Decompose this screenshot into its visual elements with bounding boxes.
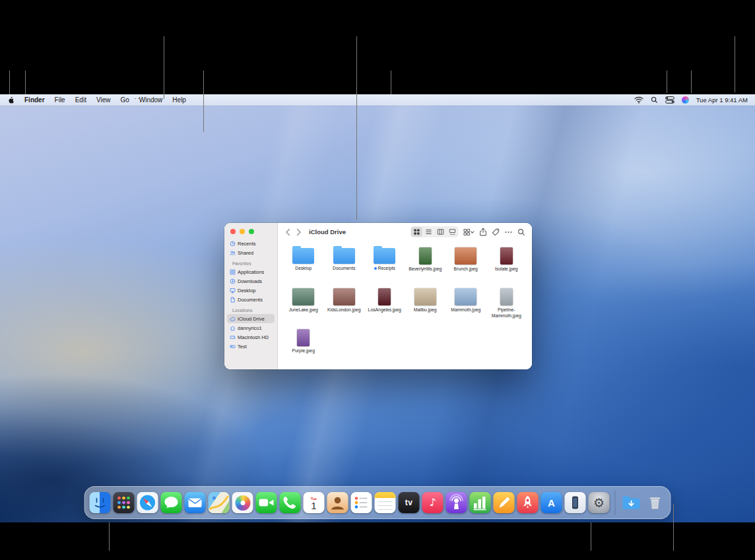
spotlight-search-icon[interactable]	[651, 96, 658, 104]
sidebar-item-macintosh-hd[interactable]: Macintosh HD	[227, 332, 275, 342]
view-switcher	[410, 226, 459, 237]
sidebar-item-home[interactable]: dannyrico1	[227, 323, 275, 332]
menu-file[interactable]: File	[55, 94, 65, 106]
dock-podcasts-icon[interactable]	[446, 492, 467, 513]
menu-help[interactable]: Help	[172, 94, 186, 106]
dock-downloads-folder-icon[interactable]	[621, 492, 642, 513]
dock-music-icon[interactable]: ♪	[422, 492, 443, 513]
sidebar-item-test-volume[interactable]: Test	[227, 342, 275, 351]
folder-icon	[292, 248, 314, 264]
callout-line	[203, 71, 204, 132]
dock-pages-icon[interactable]	[494, 492, 515, 513]
zoom-button[interactable]	[249, 229, 254, 234]
view-as-icons-button[interactable]	[411, 227, 422, 237]
view-as-gallery-button[interactable]	[447, 227, 458, 237]
file-isolate[interactable]: Isolate.jpeg	[486, 243, 527, 284]
file-mammoth[interactable]: Mammoth.jpeg	[445, 284, 486, 325]
sidebar-item-documents[interactable]: Documents	[227, 295, 275, 304]
icloud-icon	[230, 316, 236, 322]
tag-button[interactable]	[492, 228, 500, 236]
search-button[interactable]	[517, 228, 525, 236]
dock-system-settings-icon[interactable]: ⚙	[589, 492, 610, 513]
dock: Tue 1 tv ♪	[84, 486, 671, 519]
dock-trash-icon[interactable]	[645, 492, 666, 513]
dock-numbers-icon[interactable]	[470, 492, 491, 513]
dock-contacts-icon[interactable]	[327, 492, 348, 513]
sidebar-item-shared[interactable]: Shared	[227, 248, 275, 257]
icloud-sync-dot	[374, 267, 377, 270]
wifi-icon[interactable]	[634, 96, 643, 104]
sidebar-item-desktop[interactable]: Desktop	[227, 286, 275, 295]
menu-go[interactable]: Go	[120, 94, 129, 106]
siri-icon[interactable]	[682, 96, 689, 104]
file-pipeline-mammoth[interactable]: Pipeline-Mammoth.jpeg	[486, 284, 527, 325]
menu-finder[interactable]: Finder	[24, 94, 45, 106]
file-receipts-folder[interactable]: Receipts	[364, 243, 405, 284]
image-thumbnail	[500, 247, 513, 264]
dock-photos-icon[interactable]	[232, 492, 253, 513]
group-by-button[interactable]	[463, 228, 475, 236]
file-label: Mammoth.jpeg	[451, 307, 480, 313]
sidebar-item-recents[interactable]: Recents	[227, 239, 275, 248]
file-kidslondon[interactable]: KidsLondon.jpeg	[324, 284, 365, 325]
desktop-wallpaper[interactable]: Finder File Edit View Go Window Help	[0, 94, 755, 522]
dock-messages-icon[interactable]	[161, 492, 182, 513]
sidebar-item-icloud-drive[interactable]: iCloud Drive	[227, 314, 275, 323]
dock-calendar-icon[interactable]: Tue 1	[304, 492, 325, 513]
dock-facetime-icon[interactable]	[256, 492, 277, 513]
view-as-columns-button[interactable]	[435, 227, 446, 237]
dock-phone-icon[interactable]	[280, 492, 301, 513]
file-label: LosAngeles.jpeg	[368, 307, 401, 313]
callout-line	[164, 36, 164, 99]
back-button[interactable]	[285, 228, 291, 236]
close-button[interactable]	[230, 229, 236, 234]
dock-mail-icon[interactable]	[185, 492, 206, 513]
callout-line	[109, 522, 110, 551]
image-thumbnail	[378, 288, 391, 305]
file-beverlyhills[interactable]: BeverlyHills.jpeg	[405, 243, 446, 284]
menu-view[interactable]: View	[96, 94, 111, 106]
image-thumbnail	[419, 247, 432, 264]
menu-bar-clock[interactable]: Tue Apr 1 9:41 AM	[696, 96, 748, 104]
sidebar-label: Test	[238, 344, 247, 350]
image-thumbnail	[333, 288, 355, 305]
dock-finder-icon[interactable]	[90, 492, 111, 513]
menu-window[interactable]: Window	[139, 94, 163, 106]
file-malibu[interactable]: Malibu.jpeg	[405, 284, 446, 325]
finder-window: Recents Shared Favorites Applications	[224, 223, 532, 369]
sidebar-item-downloads[interactable]: Downloads	[227, 276, 275, 286]
forward-button[interactable]	[296, 228, 302, 236]
sidebar-label: Macintosh HD	[238, 334, 269, 340]
file-documents-folder[interactable]: Documents	[324, 243, 365, 284]
dock-safari-icon[interactable]	[137, 492, 158, 513]
sidebar-item-applications[interactable]: Applications	[227, 267, 275, 276]
file-desktop-folder[interactable]: Desktop	[283, 243, 324, 284]
callout-line	[667, 71, 667, 93]
file-label: KidsLondon.jpeg	[327, 307, 361, 313]
dock-notes-icon[interactable]	[375, 492, 396, 513]
callout-line	[591, 522, 591, 551]
callout-line	[356, 36, 357, 220]
apple-logo-icon	[7, 96, 15, 104]
dock-iphone-mirroring-icon[interactable]	[565, 492, 586, 513]
file-junelake[interactable]: JuneLake.jpeg	[283, 284, 324, 325]
dock-launchpad-icon[interactable]	[114, 492, 135, 513]
file-brunch[interactable]: Brunch.jpeg	[445, 243, 486, 284]
dock-reminders-icon[interactable]	[351, 492, 372, 513]
finder-toolbar: iCloud Drive	[278, 223, 532, 241]
callout-line	[673, 504, 674, 551]
view-as-list-button[interactable]	[423, 227, 434, 237]
share-button[interactable]	[479, 228, 487, 236]
apple-menu[interactable]	[7, 96, 15, 104]
dock-apple-tv-icon[interactable]: tv	[399, 492, 420, 513]
menu-edit[interactable]: Edit	[75, 94, 86, 106]
folder-icon	[374, 248, 395, 264]
more-actions-button[interactable]	[504, 228, 513, 236]
file-losangeles[interactable]: LosAngeles.jpeg	[364, 284, 405, 325]
dock-maps-icon[interactable]	[209, 492, 230, 513]
dock-app-store-icon[interactable]: A	[541, 492, 562, 513]
control-center-icon[interactable]	[665, 96, 674, 104]
file-purple[interactable]: Purple.jpeg	[283, 325, 324, 366]
dock-games-icon[interactable]	[517, 492, 539, 513]
minimize-button[interactable]	[240, 229, 245, 234]
